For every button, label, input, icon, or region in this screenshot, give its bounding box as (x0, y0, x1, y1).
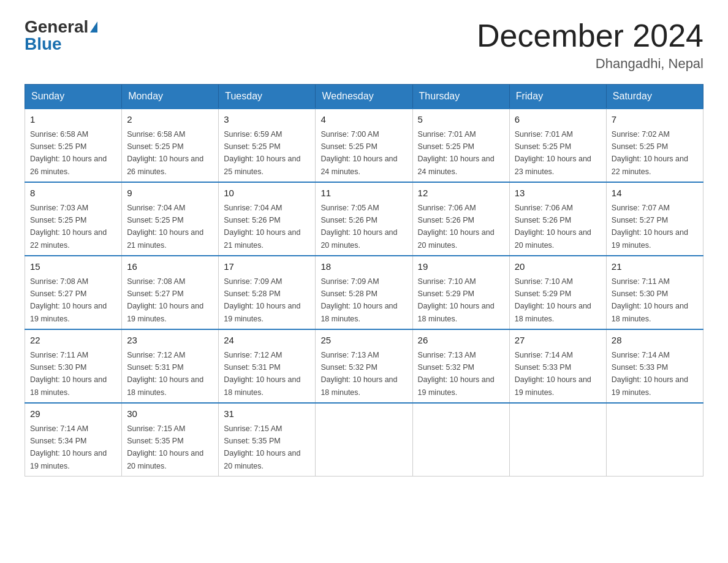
calendar-cell: 6Sunrise: 7:01 AMSunset: 5:25 PMDaylight… (509, 109, 606, 182)
day-info: Sunrise: 7:01 AMSunset: 5:25 PMDaylight:… (515, 130, 591, 176)
day-info: Sunrise: 7:01 AMSunset: 5:25 PMDaylight:… (418, 130, 495, 176)
day-info: Sunrise: 7:08 AMSunset: 5:27 PMDaylight:… (127, 277, 203, 323)
day-number: 19 (418, 260, 504, 274)
day-number: 27 (515, 334, 601, 348)
day-info: Sunrise: 7:12 AMSunset: 5:31 PMDaylight:… (224, 351, 300, 397)
calendar-title: December 2024 (477, 18, 703, 53)
calendar-cell: 12Sunrise: 7:06 AMSunset: 5:26 PMDayligh… (412, 182, 509, 256)
day-info: Sunrise: 7:14 AMSunset: 5:33 PMDaylight:… (515, 351, 591, 397)
calendar-cell: 11Sunrise: 7:05 AMSunset: 5:26 PMDayligh… (316, 182, 412, 256)
day-number: 9 (127, 186, 213, 201)
calendar-cell: 14Sunrise: 7:07 AMSunset: 5:27 PMDayligh… (606, 182, 703, 256)
calendar-cell: 2Sunrise: 6:58 AMSunset: 5:25 PMDaylight… (122, 109, 219, 182)
calendar-cell: 23Sunrise: 7:12 AMSunset: 5:31 PMDayligh… (122, 329, 219, 403)
calendar-week-row: 22Sunrise: 7:11 AMSunset: 5:30 PMDayligh… (25, 329, 703, 403)
calendar-cell: 30Sunrise: 7:15 AMSunset: 5:35 PMDayligh… (122, 403, 219, 477)
day-info: Sunrise: 6:58 AMSunset: 5:25 PMDaylight:… (30, 130, 107, 176)
day-info: Sunrise: 7:11 AMSunset: 5:30 PMDaylight:… (30, 351, 107, 397)
day-info: Sunrise: 7:10 AMSunset: 5:29 PMDaylight:… (515, 277, 591, 323)
calendar-cell: 5Sunrise: 7:01 AMSunset: 5:25 PMDaylight… (412, 109, 509, 182)
day-info: Sunrise: 7:14 AMSunset: 5:34 PMDaylight:… (30, 424, 107, 470)
day-number: 26 (418, 334, 504, 348)
day-info: Sunrise: 7:08 AMSunset: 5:27 PMDaylight:… (30, 277, 107, 323)
day-number: 4 (320, 113, 407, 127)
page-header: General Blue December 2024 Dhangadhi, Ne… (25, 18, 703, 72)
logo-triangle-icon (90, 21, 97, 33)
calendar-cell: 28Sunrise: 7:14 AMSunset: 5:33 PMDayligh… (606, 329, 703, 403)
calendar-cell: 18Sunrise: 7:09 AMSunset: 5:28 PMDayligh… (316, 256, 412, 329)
col-header-sunday: Sunday (25, 85, 122, 109)
calendar-cell: 21Sunrise: 7:11 AMSunset: 5:30 PMDayligh… (606, 256, 703, 329)
day-number: 30 (127, 407, 213, 421)
day-number: 2 (127, 113, 213, 127)
calendar-cell: 29Sunrise: 7:14 AMSunset: 5:34 PMDayligh… (25, 403, 122, 477)
calendar-cell: 13Sunrise: 7:06 AMSunset: 5:26 PMDayligh… (509, 182, 606, 256)
calendar-week-row: 15Sunrise: 7:08 AMSunset: 5:27 PMDayligh… (25, 256, 703, 329)
logo-blue-text: Blue (25, 36, 62, 53)
day-info: Sunrise: 7:05 AMSunset: 5:26 PMDaylight:… (320, 204, 397, 250)
day-number: 28 (612, 334, 698, 348)
calendar-cell: 31Sunrise: 7:15 AMSunset: 5:35 PMDayligh… (219, 403, 316, 477)
col-header-tuesday: Tuesday (219, 85, 316, 109)
day-number: 11 (320, 186, 407, 201)
day-info: Sunrise: 7:13 AMSunset: 5:32 PMDaylight:… (418, 351, 495, 397)
day-number: 20 (515, 260, 601, 274)
day-info: Sunrise: 7:04 AMSunset: 5:25 PMDaylight:… (127, 204, 203, 250)
logo-general-text: General (25, 18, 88, 36)
day-number: 23 (127, 334, 213, 348)
calendar-week-row: 29Sunrise: 7:14 AMSunset: 5:34 PMDayligh… (25, 403, 703, 477)
title-block: December 2024 Dhangadhi, Nepal (477, 18, 703, 72)
calendar-cell: 1Sunrise: 6:58 AMSunset: 5:25 PMDaylight… (25, 109, 122, 182)
day-number: 15 (30, 260, 116, 274)
calendar-cell: 26Sunrise: 7:13 AMSunset: 5:32 PMDayligh… (412, 329, 509, 403)
day-number: 16 (127, 260, 213, 274)
calendar-week-row: 1Sunrise: 6:58 AMSunset: 5:25 PMDaylight… (25, 109, 703, 182)
day-info: Sunrise: 7:15 AMSunset: 5:35 PMDaylight:… (127, 424, 203, 470)
day-number: 3 (224, 113, 310, 127)
calendar-cell: 19Sunrise: 7:10 AMSunset: 5:29 PMDayligh… (412, 256, 509, 329)
day-number: 21 (612, 260, 698, 274)
calendar-cell (509, 403, 606, 477)
day-number: 13 (515, 186, 601, 201)
col-header-thursday: Thursday (412, 85, 509, 109)
day-info: Sunrise: 7:06 AMSunset: 5:26 PMDaylight:… (418, 204, 495, 250)
day-number: 17 (224, 260, 310, 274)
day-info: Sunrise: 7:09 AMSunset: 5:28 PMDaylight:… (224, 277, 300, 323)
calendar-cell: 25Sunrise: 7:13 AMSunset: 5:32 PMDayligh… (316, 329, 412, 403)
day-number: 25 (320, 334, 407, 348)
day-number: 14 (612, 186, 698, 201)
calendar-cell: 4Sunrise: 7:00 AMSunset: 5:25 PMDaylight… (316, 109, 412, 182)
calendar-header-row: SundayMondayTuesdayWednesdayThursdayFrid… (25, 85, 703, 109)
calendar-cell (606, 403, 703, 477)
day-info: Sunrise: 7:13 AMSunset: 5:32 PMDaylight:… (320, 351, 397, 397)
calendar-cell: 17Sunrise: 7:09 AMSunset: 5:28 PMDayligh… (219, 256, 316, 329)
calendar-subtitle: Dhangadhi, Nepal (477, 56, 703, 72)
day-number: 5 (418, 113, 504, 127)
col-header-wednesday: Wednesday (316, 85, 412, 109)
day-info: Sunrise: 7:02 AMSunset: 5:25 PMDaylight:… (612, 130, 688, 176)
day-info: Sunrise: 7:09 AMSunset: 5:28 PMDaylight:… (320, 277, 397, 323)
calendar-cell (316, 403, 412, 477)
day-info: Sunrise: 7:06 AMSunset: 5:26 PMDaylight:… (515, 204, 591, 250)
calendar-cell: 22Sunrise: 7:11 AMSunset: 5:30 PMDayligh… (25, 329, 122, 403)
calendar-cell (412, 403, 509, 477)
calendar-cell: 20Sunrise: 7:10 AMSunset: 5:29 PMDayligh… (509, 256, 606, 329)
day-info: Sunrise: 7:14 AMSunset: 5:33 PMDaylight:… (612, 351, 688, 397)
calendar-cell: 9Sunrise: 7:04 AMSunset: 5:25 PMDaylight… (122, 182, 219, 256)
day-info: Sunrise: 7:07 AMSunset: 5:27 PMDaylight:… (612, 204, 688, 250)
day-info: Sunrise: 6:59 AMSunset: 5:25 PMDaylight:… (224, 130, 300, 176)
day-number: 1 (30, 113, 116, 127)
day-number: 31 (224, 407, 310, 421)
day-info: Sunrise: 7:15 AMSunset: 5:35 PMDaylight:… (224, 424, 300, 470)
day-info: Sunrise: 7:04 AMSunset: 5:26 PMDaylight:… (224, 204, 300, 250)
calendar-week-row: 8Sunrise: 7:03 AMSunset: 5:25 PMDaylight… (25, 182, 703, 256)
day-number: 12 (418, 186, 504, 201)
day-number: 10 (224, 186, 310, 201)
day-number: 6 (515, 113, 601, 127)
day-info: Sunrise: 6:58 AMSunset: 5:25 PMDaylight:… (127, 130, 203, 176)
day-info: Sunrise: 7:10 AMSunset: 5:29 PMDaylight:… (418, 277, 495, 323)
col-header-friday: Friday (509, 85, 606, 109)
calendar-cell: 7Sunrise: 7:02 AMSunset: 5:25 PMDaylight… (606, 109, 703, 182)
calendar-cell: 10Sunrise: 7:04 AMSunset: 5:26 PMDayligh… (219, 182, 316, 256)
calendar-cell: 24Sunrise: 7:12 AMSunset: 5:31 PMDayligh… (219, 329, 316, 403)
